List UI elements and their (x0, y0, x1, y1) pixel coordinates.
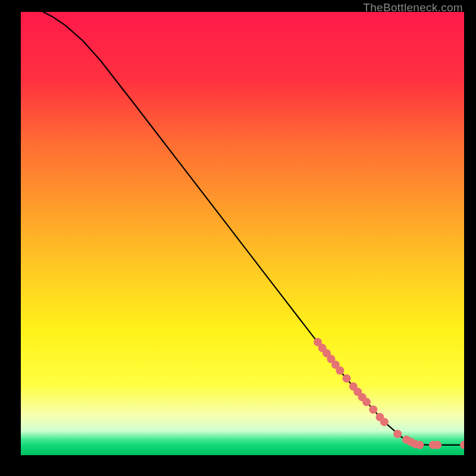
data-marker (336, 367, 344, 375)
chart-svg (21, 12, 464, 455)
chart-background (21, 12, 464, 455)
data-marker (362, 398, 371, 406)
data-marker (393, 430, 402, 438)
data-marker (343, 374, 351, 383)
data-marker (416, 441, 424, 449)
chart-plot (21, 12, 464, 455)
data-marker (369, 405, 377, 414)
attribution-text: TheBottleneck.com (363, 1, 463, 14)
data-marker (380, 418, 389, 426)
chart-frame (21, 12, 464, 464)
data-marker (433, 441, 441, 449)
